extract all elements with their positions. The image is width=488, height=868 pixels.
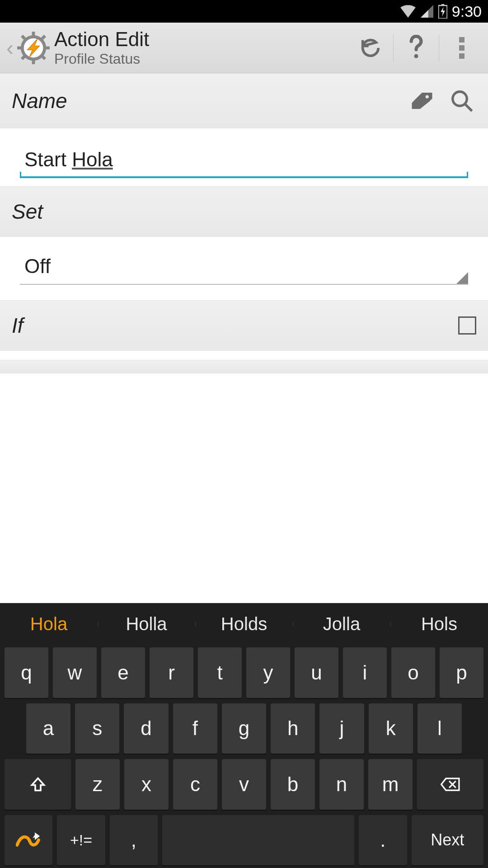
search-icon[interactable] — [447, 86, 476, 115]
key-z[interactable]: z — [75, 759, 120, 810]
suggestion-1[interactable]: Hola — [0, 614, 98, 634]
next-section-peek — [0, 360, 488, 373]
key-j[interactable]: j — [319, 703, 364, 754]
status-bar: 9:30 — [0, 0, 488, 23]
key-x[interactable]: x — [124, 759, 169, 810]
if-section-header: If — [0, 300, 488, 351]
key-h[interactable]: h — [271, 703, 315, 754]
name-value-word: Hola — [72, 148, 113, 170]
suggestion-4[interactable]: Jolla — [293, 614, 390, 634]
svg-point-15 — [426, 95, 429, 98]
tasker-app-icon[interactable] — [17, 32, 50, 64]
reset-button[interactable] — [348, 25, 393, 71]
page-title: Action Edit — [54, 28, 348, 50]
key-f[interactable]: f — [173, 703, 217, 754]
key-s[interactable]: s — [75, 703, 119, 754]
swype-key[interactable] — [5, 815, 52, 866]
suggestion-3[interactable]: Holds — [195, 614, 293, 634]
svg-rect-14 — [459, 53, 465, 59]
svg-point-16 — [453, 92, 467, 106]
suggestion-2[interactable]: Holla — [98, 614, 195, 634]
key-g[interactable]: g — [222, 703, 266, 754]
key-r[interactable]: r — [150, 647, 193, 698]
svg-point-11 — [414, 54, 418, 58]
suggestion-bar: Hola Holla Holds Jolla Hols — [0, 603, 488, 645]
period-key[interactable]: . — [359, 815, 407, 866]
svg-rect-5 — [17, 46, 22, 49]
key-row-3: z x c v b n m — [0, 756, 488, 812]
space-key[interactable] — [162, 815, 354, 866]
key-v[interactable]: v — [222, 759, 266, 810]
comma-key[interactable]: , — [110, 815, 158, 866]
svg-rect-3 — [32, 32, 35, 37]
svg-rect-12 — [459, 37, 465, 42]
help-button[interactable] — [394, 25, 439, 71]
svg-rect-6 — [45, 46, 50, 49]
svg-rect-4 — [32, 59, 35, 64]
key-t[interactable]: t — [198, 647, 242, 698]
name-label: Name — [12, 89, 397, 113]
tag-edit-icon[interactable] — [408, 86, 436, 115]
form-content: Name Start Hola Set Off If — [0, 73, 488, 603]
key-n[interactable]: n — [319, 759, 364, 810]
key-u[interactable]: u — [295, 647, 338, 698]
page-subtitle: Profile Status — [54, 51, 348, 67]
action-bar: ‹ Action Edit Profile Status — [0, 23, 488, 73]
status-time: 9:30 — [452, 3, 482, 20]
enter-key[interactable]: Next — [412, 815, 483, 866]
key-y[interactable]: y — [246, 647, 290, 698]
key-o[interactable]: o — [391, 647, 435, 698]
key-e[interactable]: e — [101, 647, 145, 698]
key-m[interactable]: m — [368, 759, 413, 810]
overflow-menu-button[interactable] — [439, 25, 484, 71]
set-spinner[interactable]: Off — [20, 252, 468, 285]
key-a[interactable]: a — [26, 703, 70, 754]
key-w[interactable]: w — [53, 647, 97, 698]
key-row-4: +!= , . Next — [0, 812, 488, 868]
back-button[interactable]: ‹ — [4, 35, 16, 60]
key-i[interactable]: i — [343, 647, 387, 698]
svg-rect-13 — [459, 45, 465, 51]
battery-charging-icon — [438, 4, 447, 19]
key-row-2: a s d f g h j k l — [0, 701, 488, 757]
key-p[interactable]: p — [440, 647, 483, 698]
if-checkbox[interactable] — [458, 316, 476, 335]
wifi-icon — [400, 5, 416, 18]
key-l[interactable]: l — [418, 703, 462, 754]
key-q[interactable]: q — [5, 647, 48, 698]
set-field-wrap: Off — [0, 237, 488, 300]
suggestion-5[interactable]: Hols — [390, 614, 488, 634]
name-input[interactable]: Start Hola — [20, 146, 468, 178]
key-c[interactable]: c — [173, 759, 217, 810]
key-k[interactable]: k — [369, 703, 413, 754]
set-section-header: Set — [0, 186, 488, 237]
soft-keyboard: Hola Holla Holds Jolla Hols q w e r t y … — [0, 603, 488, 868]
name-field-wrap: Start Hola — [0, 128, 488, 186]
shift-key[interactable] — [5, 759, 71, 810]
key-row-1: q w e r t y u i o p — [0, 645, 488, 701]
key-b[interactable]: b — [271, 759, 315, 810]
svg-line-17 — [465, 104, 472, 111]
if-label: If — [12, 313, 458, 338]
cell-signal-icon — [420, 5, 434, 18]
name-value-prefix: Start — [24, 148, 72, 170]
backspace-key[interactable] — [417, 759, 483, 810]
symbols-key[interactable]: +!= — [57, 815, 105, 866]
svg-rect-1 — [441, 4, 444, 5]
set-label: Set — [12, 199, 476, 224]
key-d[interactable]: d — [124, 703, 168, 754]
action-bar-titles: Action Edit Profile Status — [54, 28, 348, 67]
name-section-header: Name — [0, 73, 488, 128]
